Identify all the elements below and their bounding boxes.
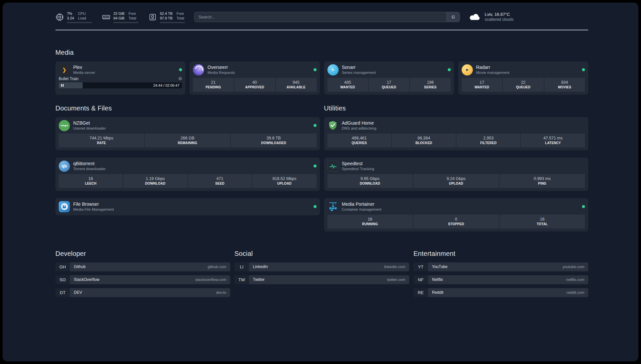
stat-label: DOWNLOAD [145,182,166,185]
stat-label: REMAINING [178,141,197,145]
memory-free-value: 22 GiB [113,11,125,16]
bookmark-github[interactable]: GH Github github.com [55,262,230,271]
stat: 16 RUNNING [327,215,413,228]
service-subtitle: Torrent downloader [73,167,106,171]
disk-free-value: 52.4 TB [160,11,172,16]
service-name: qBittorrent [73,161,106,167]
stat-label: STOPPED [448,222,464,226]
bookmark-name: Reddit [432,290,443,295]
memory-widget: 22 GiB 64 GiB Free Total [102,11,138,23]
stat: 0.993 ms PING [500,174,585,188]
service-name: Speedtest [342,161,374,167]
disk-total-label: Total [176,16,184,20]
bookmark-netflix[interactable]: NF Netflix netflix.com [413,275,588,284]
service-card-nzbget[interactable]: nzbget NZBGet Usenet downloader 744.21 M… [55,117,320,150]
stat-value: 744.21 Mbps [89,136,113,140]
stat-value: 16 [540,217,544,222]
stat-value: 21 [211,80,216,85]
bookmark-name: YouTube [432,264,447,269]
service-name: Plex [73,64,95,70]
cpu-load-label: Load [78,16,86,20]
bookmark-stackoverflow[interactable]: SO StackOverflow stackoverflow.com [55,275,230,284]
service-card-overseerr[interactable]: Overseerr Media Requests 21 PENDING 40 A… [190,61,320,95]
now-playing-title: Bullet Train [59,76,78,81]
stat: 471 SEED [188,174,252,188]
service-card-portainer[interactable]: Media Portainer Container management 16 … [324,198,589,231]
stat-value: 0.993 ms [534,176,551,181]
bookmark-reddit[interactable]: RE Reddit reddit.com [413,288,588,297]
status-dot [448,68,451,71]
stat-label: AVAILABLE [287,85,306,89]
service-card-radarr[interactable]: Radarr Movie management 17 WANTED 22 QUE… [458,61,588,95]
bookmark-twitter[interactable]: TW Twitter twitter.com [234,275,409,284]
gear-icon[interactable]: ⚙ [178,76,182,81]
stat: 21 PENDING [193,78,233,92]
social-column: Social LI LinkedIn linkedin.com TW Twitt… [234,250,409,297]
service-card-filebrowser[interactable]: File Browser Media File Management [55,198,320,215]
stat: 9.65 Gbps DOWNLOAD [327,174,413,188]
bookmark-abbr: TW [234,275,249,284]
stat-label: LEECH [85,182,96,185]
stat-value: 0 [455,217,457,222]
stat: 16 TOTAL [500,215,585,228]
stat: 2,953 FILTERED [456,134,520,147]
service-card-sonarr[interactable]: Sonarr Series management 485 WANTED 17 Q… [324,61,454,95]
stat-value: 498,461 [352,136,367,140]
cloud-icon [469,12,482,22]
documents-column: Documents & Files nzbget NZBGet Usenet d… [55,105,320,231]
search-bar: G [194,12,460,22]
portainer-crane-icon [327,201,339,212]
bookmark-abbr: GH [55,262,70,271]
bookmark-dev[interactable]: DT DEV dev.to [55,288,230,297]
stat-value: 834 [561,80,568,85]
bookmark-name: Twitter [253,277,264,282]
bookmark-domain: reddit.com [566,290,584,294]
cpu-percent: 7% [67,11,74,16]
bookmark-youtube[interactable]: YT YouTube youtube.com [413,262,588,271]
playback-time: 24:44 / 02:06:47 [153,82,180,88]
utilities-column: Utilities [324,105,589,231]
search-input[interactable] [195,12,446,22]
service-card-adguard[interactable]: AdGuard Home DNS and adblocking 498,461 … [324,117,589,150]
disk-widget: 52.4 TB 97.9 TB Free Total [148,11,185,23]
cpu-load-value: 3.24 [67,16,74,20]
stat-value: 17 [480,80,484,85]
stat-value: 618.52 Mbps [272,176,296,181]
stat-label: TOTAL [537,222,548,226]
stat-label: UPLOAD [277,182,291,185]
adguard-shield-icon [327,120,339,131]
stat: 945 AVAILABLE [276,78,316,92]
stat-value: 47.571 ms [543,136,563,140]
stat: 744.21 Mbps RATE [59,134,144,147]
status-dot [179,68,182,71]
status-dot [314,165,317,167]
service-card-speedtest[interactable]: Speedtest Speedtest Tracking 9.65 Gbps D… [324,158,589,191]
bookmark-abbr: YT [413,262,428,271]
service-name: Media Portainer [342,201,382,207]
service-card-plex[interactable]: ❯ Plex Media server Bullet Train ⚙ 24:44… [55,61,185,95]
stat-label: PING [538,182,546,185]
stat-value: 9.65 Gbps [360,176,380,181]
bookmark-name: LinkedIn [253,264,268,269]
bookmark-domain: linkedin.com [384,265,405,269]
stat: 1.19 Gbps DOWNLOAD [123,174,187,188]
cpu-widget: 7% 3.24 CPU Load [55,11,92,23]
playback-progress-bar[interactable]: 24:44 / 02:06:47 [59,82,182,88]
search-provider-button[interactable]: G [446,12,460,22]
bookmark-domain: youtube.com [563,265,584,269]
stat-label: DOWNLOADED [261,141,286,145]
stat-value: 2,953 [483,136,494,140]
qbittorrent-icon: qb [59,161,70,172]
stat-label: BLOCKED [415,141,432,145]
pause-icon[interactable] [61,82,64,88]
bookmark-linkedin[interactable]: LI LinkedIn linkedin.com [234,262,409,271]
memory-total-label: Total [129,16,136,20]
service-card-qbittorrent[interactable]: qb qBittorrent Torrent downloader 16 LEE… [55,158,320,191]
speedtest-pulse-icon [327,161,339,172]
stat-label: DOWNLOAD [360,182,380,185]
stat-label: SERIES [424,85,437,89]
stat-label: WANTED [340,85,355,89]
stat-label: MOVIES [558,85,571,89]
section-title-entertainment: Entertainment [413,250,588,258]
section-title-media: Media [55,49,588,56]
